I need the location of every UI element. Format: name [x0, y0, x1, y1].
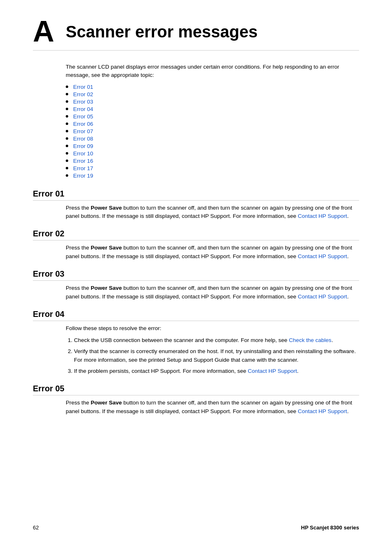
list-item: Error 08 — [66, 136, 359, 142]
section-error04: Error 04 Follow these steps to resolve t… — [33, 310, 359, 376]
section-title-error01: Error 01 — [33, 189, 359, 201]
error04-intro: Follow these steps to resolve the error: — [66, 324, 359, 333]
section-error02: Error 02 Press the Power Save button to … — [33, 229, 359, 261]
chapter-letter: A — [33, 16, 58, 46]
step-3: If the problem persists, contact HP Supp… — [74, 367, 359, 376]
bullet-icon — [66, 167, 68, 169]
list-item: Error 01 — [66, 84, 359, 90]
intro-paragraph: The scanner LCD panel displays error mes… — [66, 63, 359, 80]
check-cables-link[interactable]: Check the cables — [289, 337, 332, 343]
section-title-error02: Error 02 — [33, 229, 359, 240]
bullet-icon — [66, 145, 68, 147]
toc-link-error16[interactable]: Error 16 — [73, 158, 93, 164]
error03-text: Press the Power Save button to turn the … — [66, 284, 359, 301]
step-2: Verify that the scanner is correctly enu… — [74, 347, 359, 365]
bullet-icon — [66, 137, 68, 140]
page-container: A Scanner error messages The scanner LCD… — [0, 0, 392, 448]
bullet-icon — [66, 174, 68, 177]
footer-page-number: 62 — [33, 525, 39, 531]
footer-product-name: HP Scanjet 8300 series — [301, 525, 359, 531]
bullet-icon — [66, 159, 68, 162]
bullet-icon — [66, 115, 68, 118]
power-save-bold: Power Save — [91, 205, 122, 211]
toc-link-error01[interactable]: Error 01 — [73, 84, 93, 90]
error01-text: Press the Power Save button to turn the … — [66, 204, 359, 221]
contact-hp-link-05[interactable]: Contact HP Support — [298, 408, 347, 414]
contact-hp-link-01[interactable]: Contact HP Support — [298, 213, 347, 219]
bullet-icon — [66, 130, 68, 132]
bullet-icon — [66, 108, 68, 110]
bullet-icon — [66, 152, 68, 155]
toc-link-error07[interactable]: Error 07 — [73, 128, 93, 134]
list-item: Error 19 — [66, 173, 359, 179]
section-body-error03: Press the Power Save button to turn the … — [66, 284, 359, 301]
section-error03: Error 03 Press the Power Save button to … — [33, 269, 359, 301]
list-item: Error 16 — [66, 158, 359, 164]
list-item: Error 06 — [66, 121, 359, 127]
error05-text: Press the Power Save button to turn the … — [66, 399, 359, 416]
section-error05: Error 05 Press the Power Save button to … — [33, 384, 359, 416]
contact-hp-link-04[interactable]: Contact HP Support — [248, 368, 297, 374]
step-1: Check the USB connection between the sca… — [74, 336, 359, 345]
power-save-bold: Power Save — [91, 285, 122, 291]
list-item: Error 05 — [66, 113, 359, 120]
chapter-header: A Scanner error messages — [33, 16, 359, 51]
section-error01: Error 01 Press the Power Save button to … — [33, 189, 359, 221]
toc-link-error09[interactable]: Error 09 — [73, 143, 93, 149]
list-item: Error 03 — [66, 99, 359, 105]
power-save-bold: Power Save — [91, 400, 122, 406]
bullet-icon — [66, 100, 68, 103]
section-body-error01: Press the Power Save button to turn the … — [66, 204, 359, 221]
section-title-error05: Error 05 — [33, 384, 359, 395]
section-body-error05: Press the Power Save button to turn the … — [66, 399, 359, 416]
toc-link-error19[interactable]: Error 19 — [73, 173, 93, 179]
toc-list: Error 01 Error 02 Error 03 Error 04 Erro… — [66, 84, 359, 179]
toc-link-error05[interactable]: Error 05 — [73, 113, 93, 120]
section-body-error04: Follow these steps to resolve the error:… — [66, 324, 359, 376]
list-item: Error 04 — [66, 106, 359, 112]
toc-link-error08[interactable]: Error 08 — [73, 136, 93, 142]
toc-link-error03[interactable]: Error 03 — [73, 99, 93, 105]
toc-link-error10[interactable]: Error 10 — [73, 150, 93, 157]
chapter-title: Scanner error messages — [66, 16, 258, 41]
list-item: Error 17 — [66, 165, 359, 171]
bullet-icon — [66, 85, 68, 88]
toc-link-error06[interactable]: Error 06 — [73, 121, 93, 127]
contact-hp-link-02[interactable]: Contact HP Support — [298, 253, 347, 259]
error04-steps: Check the USB connection between the sca… — [66, 336, 359, 376]
bullet-icon — [66, 93, 68, 95]
bullet-icon — [66, 122, 68, 125]
list-item: Error 07 — [66, 128, 359, 134]
list-item: Error 02 — [66, 91, 359, 97]
contact-hp-link-03[interactable]: Contact HP Support — [298, 293, 347, 300]
section-title-error04: Error 04 — [33, 310, 359, 321]
toc-link-error17[interactable]: Error 17 — [73, 165, 93, 171]
list-item: Error 09 — [66, 143, 359, 149]
toc-link-error04[interactable]: Error 04 — [73, 106, 93, 112]
error02-text: Press the Power Save button to turn the … — [66, 244, 359, 261]
toc-link-error02[interactable]: Error 02 — [73, 91, 93, 97]
power-save-bold: Power Save — [91, 245, 122, 251]
section-body-error02: Press the Power Save button to turn the … — [66, 244, 359, 261]
section-title-error03: Error 03 — [33, 269, 359, 281]
list-item: Error 10 — [66, 150, 359, 157]
page-footer: 62 HP Scanjet 8300 series — [33, 525, 359, 531]
